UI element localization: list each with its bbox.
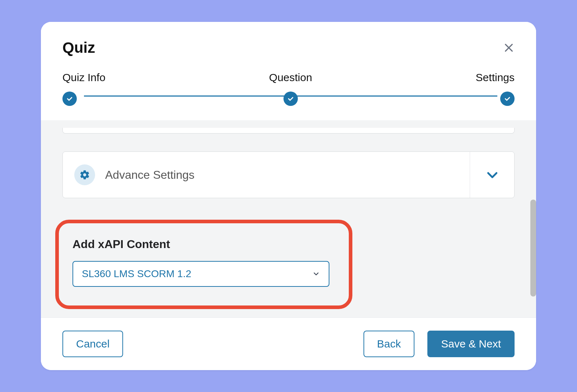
- check-icon: [283, 92, 298, 106]
- check-icon: [500, 92, 515, 106]
- chevron-down-icon: [312, 270, 320, 278]
- step-question[interactable]: Question: [269, 71, 312, 106]
- previous-accordion-edge: [62, 128, 515, 134]
- xapi-title: Add xAPI Content: [72, 238, 335, 251]
- modal-title: Quiz: [62, 39, 95, 56]
- xapi-select-value: SL360 LMS SCORM 1.2: [82, 268, 191, 280]
- modal-footer: Cancel Back Save & Next: [41, 317, 536, 370]
- modal-title-row: Quiz: [62, 39, 515, 56]
- check-icon: [62, 92, 77, 106]
- back-button[interactable]: Back: [363, 331, 415, 357]
- modal-header: Quiz Quiz Info Question Settings: [41, 22, 536, 120]
- step-label: Quiz Info: [62, 71, 105, 84]
- footer-right: Back Save & Next: [363, 331, 515, 357]
- scrollbar[interactable]: [530, 200, 536, 297]
- modal-body: Advance Settings Add xAPI Content SL360 …: [41, 120, 536, 317]
- step-label: Question: [269, 71, 312, 84]
- accordion-toggle[interactable]: [470, 152, 514, 198]
- gear-icon: [74, 164, 95, 185]
- step-settings[interactable]: Settings: [476, 71, 515, 106]
- accordion-title: Advance Settings: [105, 168, 194, 182]
- advance-settings-accordion[interactable]: Advance Settings: [62, 151, 515, 198]
- step-label: Settings: [476, 71, 515, 84]
- cancel-button[interactable]: Cancel: [62, 331, 123, 357]
- quiz-modal: Quiz Quiz Info Question Settings: [41, 22, 536, 370]
- chevron-down-icon: [485, 168, 499, 182]
- accordion-header: Advance Settings: [63, 152, 470, 198]
- save-next-button[interactable]: Save & Next: [427, 331, 515, 357]
- step-quiz-info[interactable]: Quiz Info: [62, 71, 105, 106]
- xapi-select[interactable]: SL360 LMS SCORM 1.2: [72, 261, 329, 287]
- close-icon[interactable]: [503, 42, 515, 53]
- stepper: Quiz Info Question Settings: [62, 71, 515, 106]
- xapi-highlight: Add xAPI Content SL360 LMS SCORM 1.2: [55, 220, 352, 309]
